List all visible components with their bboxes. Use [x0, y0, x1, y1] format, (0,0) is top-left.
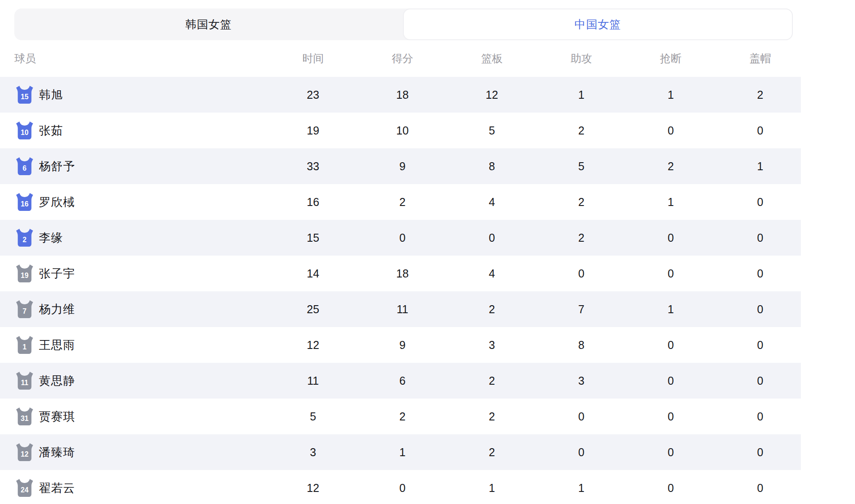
- jersey-icon: 31: [16, 407, 33, 425]
- player-name: 张子宇: [39, 266, 75, 281]
- stat-minutes: 12: [268, 482, 358, 495]
- stat-rebounds: 3: [447, 339, 537, 352]
- player-cell: 24 翟若云: [0, 479, 268, 497]
- jersey-icon: 16: [16, 193, 33, 211]
- stat-points: 18: [358, 267, 447, 280]
- jersey-number: 16: [21, 200, 29, 208]
- jersey-icon: 24: [16, 479, 33, 497]
- stat-rebounds: 4: [447, 267, 537, 280]
- stat-steals: 0: [626, 339, 715, 352]
- table-row: 15 韩旭 23 18 12 1 1 2: [0, 77, 801, 113]
- stat-points: 2: [358, 410, 447, 423]
- player-cell: 7 杨力维: [0, 300, 268, 318]
- stat-minutes: 5: [268, 410, 358, 423]
- jersey-icon: 11: [16, 372, 33, 390]
- player-name: 王思雨: [39, 337, 75, 353]
- jersey-number: 7: [23, 307, 27, 315]
- stat-points: 0: [358, 231, 447, 244]
- team-tab-bar: 韩国女篮 中国女篮: [14, 8, 793, 40]
- table-row: 2 李缘 15 0 0 2 0 0: [0, 220, 801, 256]
- stat-minutes: 3: [268, 446, 358, 459]
- stat-points: 0: [358, 482, 447, 495]
- stat-steals: 0: [626, 446, 715, 459]
- player-cell: 16 罗欣棫: [0, 193, 268, 211]
- jersey-icon: 1: [16, 336, 33, 354]
- stat-steals: 0: [626, 124, 715, 137]
- tab-label: 中国女篮: [575, 17, 621, 32]
- stat-steals: 0: [626, 267, 715, 280]
- stat-rebounds: 1: [447, 482, 537, 495]
- stat-assists: 0: [537, 446, 626, 459]
- player-name: 黄思静: [39, 373, 75, 389]
- stat-blocks: 0: [715, 339, 805, 352]
- stat-assists: 3: [537, 374, 626, 387]
- stat-minutes: 23: [268, 88, 358, 101]
- stat-minutes: 11: [268, 374, 358, 387]
- stat-steals: 0: [626, 231, 715, 244]
- stat-assists: 0: [537, 267, 626, 280]
- player-name: 贾赛琪: [39, 409, 75, 424]
- player-name: 张茹: [39, 123, 63, 139]
- stat-rebounds: 5: [447, 124, 537, 137]
- stat-assists: 2: [537, 196, 626, 209]
- stat-blocks: 0: [715, 124, 805, 137]
- jersey-icon: 10: [16, 122, 33, 139]
- table-body: 15 韩旭 23 18 12 1 1 2 10 张茹 19 10 5 2 0 0…: [0, 77, 801, 504]
- stat-blocks: 0: [715, 374, 805, 387]
- stat-blocks: 0: [715, 231, 805, 244]
- stat-assists: 8: [537, 339, 626, 352]
- column-header-blocks: 盖帽: [715, 51, 805, 66]
- stat-points: 9: [358, 160, 447, 173]
- stat-minutes: 25: [268, 303, 358, 316]
- stat-blocks: 1: [715, 160, 805, 173]
- stat-assists: 2: [537, 231, 626, 244]
- stat-points: 10: [358, 124, 447, 137]
- stat-steals: 1: [626, 303, 715, 316]
- stat-rebounds: 4: [447, 196, 537, 209]
- tab-korea-women[interactable]: 韩国女篮: [14, 8, 403, 40]
- tab-china-women[interactable]: 中国女篮: [403, 8, 793, 40]
- stat-minutes: 16: [268, 196, 358, 209]
- player-name: 潘臻琦: [39, 445, 75, 460]
- jersey-icon: 2: [16, 229, 33, 247]
- player-name: 杨力维: [39, 302, 75, 317]
- jersey-icon: 6: [16, 157, 33, 175]
- stat-points: 18: [358, 88, 447, 101]
- table-row: 11 黄思静 11 6 2 3 0 0: [0, 363, 801, 399]
- jersey-number: 6: [23, 164, 27, 172]
- stat-assists: 1: [537, 482, 626, 495]
- table-row: 24 翟若云 12 0 1 1 0 0: [0, 470, 801, 504]
- stat-rebounds: 2: [447, 410, 537, 423]
- stat-assists: 0: [537, 410, 626, 423]
- stat-assists: 2: [537, 124, 626, 137]
- tab-label: 韩国女篮: [185, 17, 232, 32]
- stat-rebounds: 2: [447, 374, 537, 387]
- stat-points: 11: [358, 303, 447, 316]
- stat-blocks: 0: [715, 267, 805, 280]
- table-row: 1 王思雨 12 9 3 8 0 0: [0, 327, 801, 363]
- stat-rebounds: 8: [447, 160, 537, 173]
- stat-minutes: 15: [268, 231, 358, 244]
- box-score-table: 球员 时间 得分 篮板 助攻 抢断 盖帽 15 韩旭 23 18 12 1 1 …: [0, 40, 801, 504]
- stat-blocks: 0: [715, 303, 805, 316]
- stat-steals: 2: [626, 160, 715, 173]
- column-header-rebounds: 篮板: [447, 51, 537, 66]
- table-row: 6 杨舒予 33 9 8 5 2 1: [0, 148, 801, 184]
- stat-blocks: 0: [715, 196, 805, 209]
- stat-rebounds: 2: [447, 303, 537, 316]
- player-cell: 6 杨舒予: [0, 157, 268, 175]
- player-name: 李缘: [39, 230, 63, 246]
- stat-steals: 1: [626, 88, 715, 101]
- player-cell: 11 黄思静: [0, 372, 268, 390]
- player-cell: 10 张茹: [0, 122, 268, 139]
- stat-blocks: 2: [715, 88, 805, 101]
- stat-minutes: 33: [268, 160, 358, 173]
- jersey-number: 31: [21, 415, 29, 422]
- table-row: 31 贾赛琪 5 2 2 0 0 0: [0, 399, 801, 434]
- stat-points: 2: [358, 196, 447, 209]
- column-header-assists: 助攻: [537, 51, 626, 66]
- stat-assists: 7: [537, 303, 626, 316]
- player-cell: 15 韩旭: [0, 86, 268, 104]
- player-cell: 12 潘臻琦: [0, 443, 268, 461]
- stat-steals: 0: [626, 410, 715, 423]
